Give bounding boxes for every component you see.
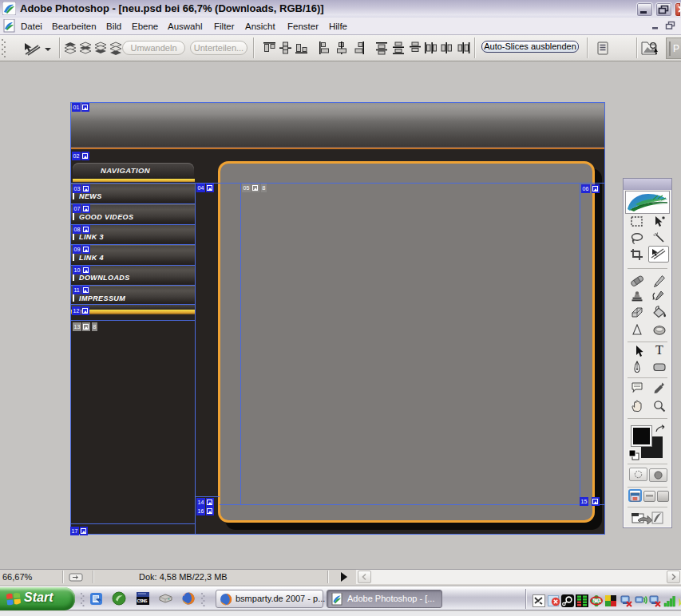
svg-text:CSNS: CSNS [137,598,148,603]
svg-text:T: T [655,343,663,357]
svg-text:N/A: N/A [592,598,602,603]
